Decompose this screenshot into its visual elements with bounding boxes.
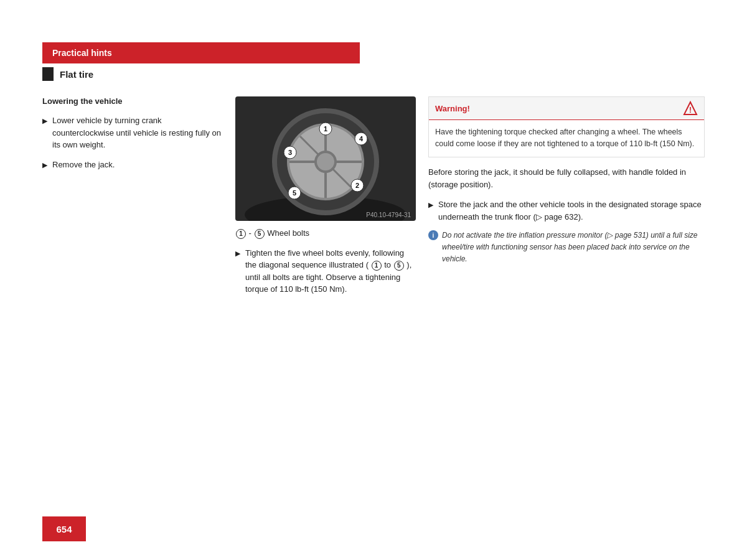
bullet-item-1: ▶ Lower vehicle by turning crank counter…	[42, 114, 223, 151]
svg-text:!: !	[689, 106, 692, 114]
page-number: 654	[42, 516, 86, 541]
svg-text:3: 3	[288, 149, 292, 156]
bolt-seq-1: 1	[372, 261, 382, 271]
warning-box: Warning! ! Have the tightening torque ch…	[428, 96, 705, 157]
svg-text:5: 5	[293, 189, 296, 197]
store-bullet-text: Store the jack and the other vehicle too…	[438, 198, 705, 223]
svg-text:1: 1	[324, 125, 327, 133]
warning-header: Warning! !	[429, 97, 704, 120]
before-storing-text: Before storing the jack, it should be fu…	[428, 166, 705, 191]
middle-column: 1 2 3 4 5 P40.10-4794-31 1 - 5 Wheel bo	[235, 96, 428, 510]
store-bullet: ▶ Store the jack and the other vehicle t…	[428, 198, 705, 223]
info-box: i Do not activate the tire inflation pre…	[428, 230, 705, 264]
bolt-num-1: 1	[236, 229, 246, 239]
svg-text:2: 2	[355, 182, 359, 189]
warning-title: Warning!	[435, 104, 470, 113]
section-header-title: Flat tire	[60, 69, 93, 80]
image-ref: P40.10-4794-31	[366, 212, 411, 218]
bullet-item-2: ▶ Remove the jack.	[42, 159, 223, 171]
wheel-diagram: 1 2 3 4 5 P40.10-4794-31	[235, 96, 416, 221]
bolt-num-5: 5	[255, 229, 265, 239]
bullet-text-2: Remove the jack.	[52, 159, 115, 171]
header-bar: Practical hints	[42, 42, 360, 63]
bolt-seq-5: 5	[394, 261, 404, 271]
store-bullet-arrow: ▶	[428, 200, 433, 223]
bullet-text-1: Lower vehicle by turning crank countercl…	[52, 114, 223, 151]
bullet-arrow-1: ▶	[42, 116, 47, 151]
bolt-label: 1 - 5 Wheel bolts	[235, 227, 416, 240]
right-column: Warning! ! Have the tightening torque ch…	[428, 96, 705, 510]
bullet-arrow-2: ▶	[42, 160, 47, 171]
main-content: Lowering the vehicle ▶ Lower vehicle by …	[42, 96, 705, 510]
left-column: Lowering the vehicle ▶ Lower vehicle by …	[42, 96, 235, 510]
info-text: Do not activate the tire inflation press…	[442, 230, 705, 264]
header-bar-title: Practical hints	[52, 48, 112, 58]
subsection-title: Lowering the vehicle	[42, 96, 223, 106]
warning-body: Have the tightening torque checked after…	[429, 120, 704, 157]
section-header-bar	[42, 67, 54, 81]
section-header: Flat tire	[42, 67, 93, 81]
svg-point-6	[317, 153, 334, 170]
bolt-instruction-item: ▶ Tighten the five wheel bolts evenly, f…	[235, 247, 416, 296]
bolt-instruction-text: Tighten the five wheel bolts evenly, fol…	[245, 247, 416, 296]
bolt-bullet-arrow: ▶	[235, 248, 240, 296]
svg-text:4: 4	[359, 135, 364, 142]
info-icon: i	[428, 230, 438, 240]
warning-triangle-icon: !	[683, 101, 698, 116]
